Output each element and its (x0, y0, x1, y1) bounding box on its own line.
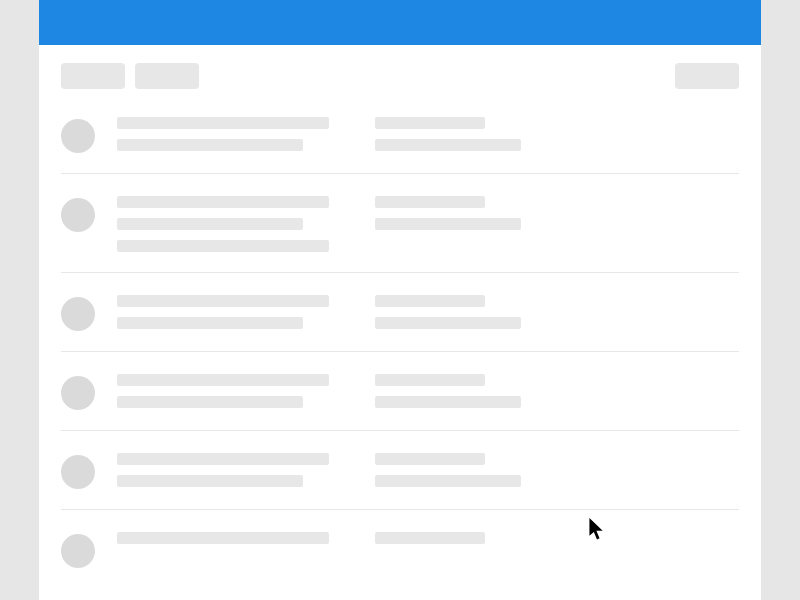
app-header-bar (39, 0, 761, 45)
filter-pill-2[interactable] (135, 63, 199, 89)
item-list (39, 89, 761, 568)
list-item[interactable] (39, 372, 761, 410)
avatar (61, 534, 95, 568)
list-item-columns (117, 115, 521, 151)
placeholder-text (375, 196, 485, 208)
list-item[interactable] (39, 530, 761, 568)
list-item-col-right (375, 295, 521, 329)
placeholder-text (375, 117, 485, 129)
toolbar (39, 45, 761, 89)
list-item[interactable] (39, 451, 761, 489)
avatar (61, 376, 95, 410)
placeholder-text (375, 532, 485, 544)
placeholder-text (117, 532, 329, 544)
list-item-col-left (117, 196, 329, 252)
toolbar-left-group (61, 63, 199, 89)
placeholder-text (375, 475, 521, 487)
list-item-col-left (117, 295, 329, 329)
divider (61, 173, 739, 174)
list-item[interactable] (39, 115, 761, 153)
list-item-col-left (117, 453, 329, 487)
list-item-columns (117, 194, 521, 252)
avatar (61, 119, 95, 153)
list-item-columns (117, 530, 485, 544)
action-button[interactable] (675, 63, 739, 89)
list-item-columns (117, 451, 521, 487)
list-item-col-right (375, 374, 521, 408)
divider (61, 430, 739, 431)
placeholder-text (375, 295, 485, 307)
avatar (61, 455, 95, 489)
list-item[interactable] (39, 293, 761, 331)
placeholder-text (117, 240, 329, 252)
list-item-col-left (117, 117, 329, 151)
placeholder-text (117, 139, 303, 151)
placeholder-text (117, 475, 303, 487)
divider (61, 351, 739, 352)
content-panel (39, 45, 761, 600)
placeholder-text (375, 453, 485, 465)
placeholder-text (375, 396, 521, 408)
avatar (61, 198, 95, 232)
placeholder-text (375, 317, 521, 329)
placeholder-text (117, 295, 329, 307)
avatar (61, 297, 95, 331)
placeholder-text (117, 218, 303, 230)
list-item-columns (117, 372, 521, 408)
list-item-col-left (117, 374, 329, 408)
list-item-col-right (375, 117, 521, 151)
placeholder-text (117, 453, 329, 465)
list-item-columns (117, 293, 521, 329)
placeholder-text (375, 374, 485, 386)
placeholder-text (117, 196, 329, 208)
list-item-col-right (375, 453, 521, 487)
filter-pill-1[interactable] (61, 63, 125, 89)
list-item-col-right (375, 196, 521, 252)
placeholder-text (117, 396, 303, 408)
divider (61, 509, 739, 510)
placeholder-text (375, 139, 521, 151)
divider (61, 272, 739, 273)
placeholder-text (375, 218, 521, 230)
placeholder-text (117, 117, 329, 129)
placeholder-text (117, 374, 329, 386)
placeholder-text (117, 317, 303, 329)
list-item-col-left (117, 532, 329, 544)
list-item[interactable] (39, 194, 761, 252)
list-item-col-right (375, 532, 485, 544)
